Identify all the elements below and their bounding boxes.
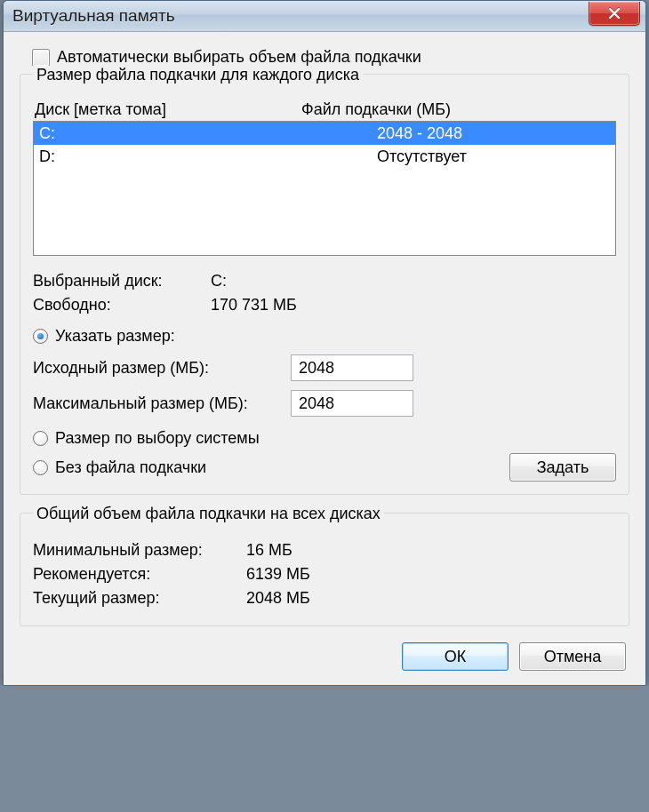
drive-row[interactable]: D: Отсутствует (34, 145, 615, 168)
dialog-client: Автоматически выбирать объем файла подка… (4, 32, 645, 685)
initial-size-input[interactable] (291, 354, 413, 381)
selected-drive-value: C: (211, 272, 227, 291)
custom-size-radio[interactable] (33, 329, 48, 344)
drive-row-label: C: (39, 122, 377, 145)
close-button[interactable] (589, 2, 640, 26)
system-managed-option[interactable]: Размер по выбору системы (33, 429, 616, 448)
min-size-label: Минимальный размер: (33, 541, 246, 560)
drive-list-headers: Диск [метка тома] Файл подкачки (МБ) (35, 100, 614, 119)
close-icon (608, 8, 621, 19)
per-drive-group-title: Размер файла подкачки для каждого диска (33, 66, 363, 84)
drive-row[interactable]: C: 2048 - 2048 (34, 122, 615, 145)
cancel-button[interactable]: Отмена (519, 642, 626, 671)
auto-manage-row[interactable]: Автоматически выбирать объем файла подка… (20, 48, 629, 67)
column-drive: Диск [метка тома] (35, 100, 301, 119)
titlebar: Виртуальная память (4, 1, 645, 32)
column-pagefile: Файл подкачки (МБ) (301, 100, 451, 119)
initial-size-row: Исходный размер (МБ): (33, 354, 616, 381)
auto-manage-checkbox[interactable] (32, 49, 50, 67)
auto-manage-label: Автоматически выбирать объем файла подка… (57, 48, 421, 67)
current-size-label: Текущий размер: (33, 589, 246, 608)
max-size-row: Максимальный размер (МБ): (33, 390, 616, 417)
current-size-value: 2048 МБ (246, 589, 310, 608)
free-space-row: Свободно: 170 731 МБ (33, 296, 616, 314)
initial-size-label: Исходный размер (МБ): (33, 359, 291, 378)
selected-drive-label: Выбранный диск: (33, 272, 211, 291)
min-size-value: 16 МБ (246, 541, 292, 560)
window-title: Виртуальная память (12, 6, 175, 26)
no-pagefile-label: Без файла подкачки (55, 458, 206, 477)
no-pagefile-option[interactable]: Без файла подкачки (33, 458, 206, 477)
free-space-label: Свободно: (33, 296, 211, 314)
no-pagefile-radio[interactable] (33, 460, 48, 475)
virtual-memory-dialog: Виртуальная память Автоматически выбират… (3, 0, 646, 686)
max-size-label: Максимальный размер (МБ): (33, 394, 291, 413)
totals-group-title: Общий объем файла подкачки на всех диска… (33, 505, 384, 523)
min-size-row: Минимальный размер: 16 МБ (33, 541, 616, 560)
current-size-row: Текущий размер: 2048 МБ (33, 589, 616, 608)
max-size-input[interactable] (291, 390, 413, 417)
totals-group: Общий объем файла подкачки на всех диска… (20, 513, 629, 626)
drive-list[interactable]: C: 2048 - 2048 D: Отсутствует (33, 121, 616, 256)
custom-size-option[interactable]: Указать размер: (33, 327, 616, 346)
custom-size-label: Указать размер: (55, 327, 175, 346)
ok-button[interactable]: ОК (402, 642, 509, 671)
system-managed-radio[interactable] (33, 431, 48, 446)
per-drive-group: Размер файла подкачки для каждого диска … (20, 74, 629, 495)
drive-row-pagefile: 2048 - 2048 (377, 122, 462, 145)
selected-drive-row: Выбранный диск: C: (33, 272, 616, 291)
set-button[interactable]: Задать (509, 453, 616, 482)
drive-row-label: D: (39, 145, 377, 168)
recommended-size-value: 6139 МБ (246, 565, 310, 584)
system-managed-label: Размер по выбору системы (55, 429, 260, 448)
recommended-size-label: Рекомендуется: (33, 565, 246, 584)
recommended-size-row: Рекомендуется: 6139 МБ (33, 565, 616, 584)
free-space-value: 170 731 МБ (211, 296, 297, 314)
drive-row-pagefile: Отсутствует (377, 145, 467, 168)
dialog-buttons: ОК Отмена (20, 642, 629, 671)
